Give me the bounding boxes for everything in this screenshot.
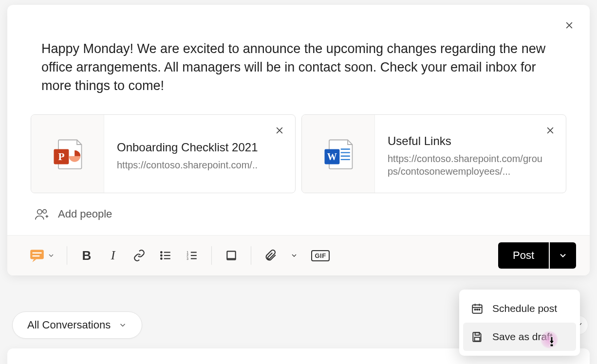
close-button[interactable] [562, 18, 576, 32]
attachment-url: https://contoso.sharepoint.com/groups/co… [388, 152, 542, 178]
svg-point-8 [37, 210, 42, 214]
svg-rect-10 [30, 250, 44, 259]
svg-point-31 [475, 309, 476, 310]
compose-card: Happy Monday! We are excited to announce… [7, 5, 590, 275]
attachment-info: Onboarding Checklist 2021 https://contos… [104, 115, 295, 193]
attachments-row: P Onboarding Checklist 2021 https://cont… [7, 95, 590, 193]
remove-attachment-button[interactable] [273, 124, 286, 137]
svg-point-33 [479, 309, 480, 310]
save-draft-item[interactable]: Save as draft [463, 323, 576, 351]
gif-button[interactable]: GIF [309, 244, 332, 267]
post-type-dropdown[interactable] [21, 247, 59, 264]
add-people-label: Add people [58, 208, 112, 220]
attachment-url: https://contoso.sharepoint.com/.. [117, 159, 272, 171]
word-icon: W [302, 115, 375, 193]
message-body[interactable]: Happy Monday! We are excited to announce… [7, 5, 590, 95]
conversation-filter-dropdown[interactable]: All Conversations [12, 311, 142, 339]
post-dropdown-menu: Schedule post Save as draft [459, 290, 580, 356]
svg-text:W: W [327, 151, 336, 162]
remove-attachment-button[interactable] [543, 124, 557, 137]
menu-item-label: Schedule post [492, 303, 557, 314]
bullet-list-button[interactable] [154, 244, 177, 267]
svg-text:3: 3 [187, 257, 188, 260]
attachment-card[interactable]: P Onboarding Checklist 2021 https://cont… [31, 114, 296, 193]
schedule-post-item[interactable]: Schedule post [463, 294, 576, 323]
toolbar-divider [211, 246, 212, 265]
attach-dropdown[interactable] [282, 244, 306, 267]
powerpoint-icon: P [31, 115, 104, 193]
attachment-title: Onboarding Checklist 2021 [117, 140, 272, 155]
italic-button[interactable]: I [101, 244, 125, 267]
post-button-group: Post [498, 242, 576, 269]
link-button[interactable] [128, 244, 151, 267]
attachment-card[interactable]: W Useful Links https://contoso.sharepoin… [301, 114, 566, 193]
svg-rect-35 [475, 337, 480, 341]
post-button[interactable]: Post [498, 242, 549, 269]
svg-point-16 [161, 252, 162, 254]
bold-button[interactable]: B [75, 244, 98, 267]
menu-item-label: Save as draft [492, 331, 553, 343]
toolbar-divider [251, 246, 251, 265]
svg-point-32 [477, 309, 478, 310]
svg-point-9 [43, 210, 47, 214]
attachment-title: Useful Links [388, 133, 542, 148]
attachment-info: Useful Links https://contoso.sharepoint.… [375, 115, 566, 193]
svg-text:P: P [58, 151, 64, 163]
filter-label: All Conversations [27, 319, 111, 331]
svg-point-18 [161, 258, 162, 260]
topic-button[interactable] [220, 244, 243, 267]
svg-point-17 [161, 255, 162, 256]
formatting-toolbar: B I 123 GIF Post [7, 235, 590, 275]
post-dropdown-button[interactable] [550, 242, 576, 269]
toolbar-divider [67, 246, 67, 265]
add-people-button[interactable]: Add people [7, 193, 590, 235]
attach-button[interactable] [259, 244, 282, 267]
numbered-list-button[interactable]: 123 [180, 244, 204, 267]
svg-rect-34 [475, 332, 480, 335]
